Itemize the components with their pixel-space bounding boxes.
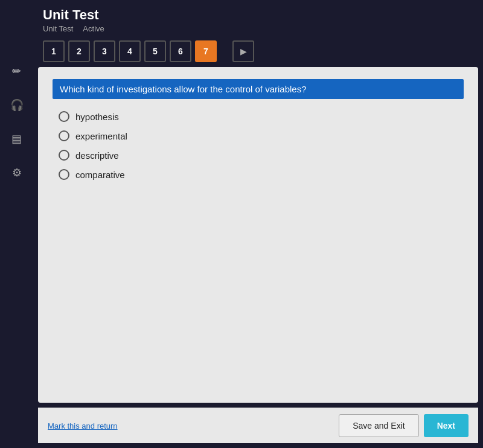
option-label-experimental: experimental <box>75 131 127 141</box>
next-arrow-icon[interactable]: ▶ <box>232 40 254 62</box>
option-descriptive[interactable]: descriptive <box>59 150 464 161</box>
main-area: Unit Test Unit Test Active 1 2 3 4 5 6 7… <box>33 0 483 448</box>
q-btn-5[interactable]: 5 <box>144 40 166 62</box>
radio-comparative[interactable] <box>59 169 69 180</box>
content-card: Which kind of investigations allow for t… <box>38 67 478 403</box>
footer-buttons: Save and Exit Next <box>339 414 469 437</box>
option-hypothesis[interactable]: hypothesis <box>59 111 464 122</box>
option-label-descriptive: descriptive <box>75 150 119 161</box>
sidebar: ✏ 🎧 ▤ ⚙ <box>0 0 33 448</box>
answer-options: hypothesis experimental descriptive comp… <box>53 111 464 180</box>
settings-icon[interactable]: ⚙ <box>6 162 28 184</box>
q-btn-3[interactable]: 3 <box>94 40 115 62</box>
q-btn-1[interactable]: 1 <box>43 40 65 62</box>
q-btn-4[interactable]: 4 <box>119 40 141 62</box>
pencil-icon[interactable]: ✏ <box>6 60 28 82</box>
option-label-comparative: comparative <box>75 170 125 180</box>
radio-hypothesis[interactable] <box>59 111 69 122</box>
q-btn-6[interactable]: 6 <box>170 40 191 62</box>
mark-return-button[interactable]: Mark this and return <box>48 421 118 430</box>
breadcrumb: Unit Test Active <box>43 24 473 33</box>
breadcrumb-unit-test: Unit Test <box>43 24 73 33</box>
headphones-icon[interactable]: 🎧 <box>6 94 28 116</box>
page-title: Unit Test <box>43 7 473 23</box>
option-comparative[interactable]: comparative <box>59 169 464 180</box>
breadcrumb-status: Active <box>83 24 104 33</box>
q-btn-2[interactable]: 2 <box>68 40 90 62</box>
option-experimental[interactable]: experimental <box>59 130 464 141</box>
q-btn-7[interactable]: 7 <box>195 40 217 62</box>
option-label-hypothesis: hypothesis <box>75 112 119 122</box>
question-text: Which kind of investigations allow for t… <box>53 79 464 99</box>
radio-descriptive[interactable] <box>59 150 69 161</box>
question-nav: 1 2 3 4 5 6 7 ▶ <box>33 36 483 67</box>
radio-experimental[interactable] <box>59 130 69 141</box>
header: Unit Test Unit Test Active <box>33 0 483 36</box>
save-exit-button[interactable]: Save and Exit <box>339 414 418 437</box>
footer: Mark this and return Save and Exit Next <box>38 408 478 443</box>
next-button[interactable]: Next <box>424 414 469 437</box>
calculator-icon[interactable]: ▤ <box>6 128 28 150</box>
